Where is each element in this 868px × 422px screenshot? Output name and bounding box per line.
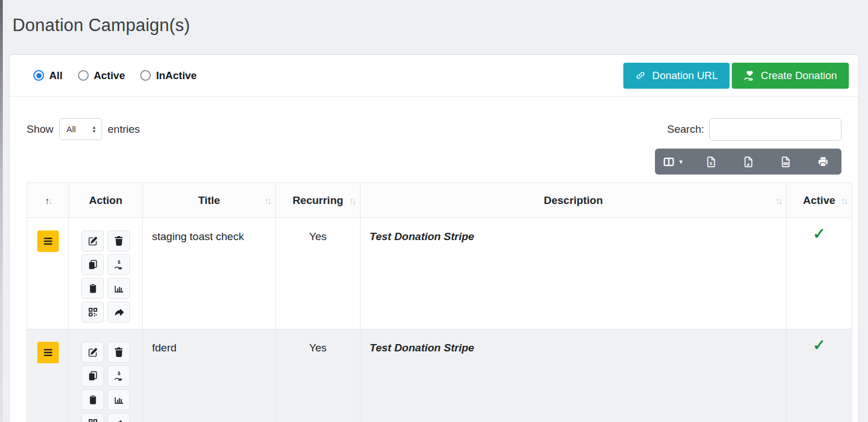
active-check-icon: ✓ bbox=[813, 337, 826, 354]
campaigns-table: ↑↓ Action Title ↑↓ Recurring ↑↓ Descript… bbox=[27, 182, 852, 422]
clipboard-icon bbox=[88, 395, 98, 404]
column-header-action: Action bbox=[69, 183, 143, 218]
svg-text:csv: csv bbox=[784, 162, 788, 165]
page-length-value: All bbox=[67, 124, 88, 134]
search-input[interactable] bbox=[709, 118, 841, 141]
show-label: Show bbox=[27, 123, 54, 136]
print-button[interactable] bbox=[804, 149, 841, 175]
file-pdf-icon bbox=[743, 156, 754, 167]
cell-description: Test Donation Stripe bbox=[361, 218, 787, 329]
row-menu-button[interactable] bbox=[37, 342, 59, 363]
sort-icon: ↑↓ bbox=[264, 195, 271, 206]
printer-icon bbox=[818, 156, 828, 167]
page-edge-shadow bbox=[0, 0, 3, 422]
filter-active[interactable]: Active bbox=[78, 69, 125, 82]
hamburger-icon bbox=[42, 347, 54, 358]
share-icon bbox=[114, 307, 124, 317]
card-header: All Active InActive Donation URL bbox=[10, 55, 858, 97]
column-header-recurring[interactable]: Recurring ↑↓ bbox=[276, 183, 361, 218]
table-header-row: ↑↓ Action Title ↑↓ Recurring ↑↓ Descript… bbox=[27, 183, 852, 218]
cell-title: staging toast check bbox=[143, 218, 276, 329]
entries-label: entries bbox=[108, 123, 140, 136]
bar-chart-icon bbox=[114, 395, 124, 404]
edit-icon bbox=[88, 347, 98, 357]
filter-all[interactable]: All bbox=[33, 69, 63, 82]
donate-button[interactable]: $ bbox=[107, 366, 130, 386]
qrcode-button[interactable] bbox=[81, 413, 104, 422]
radio-inactive-icon[interactable] bbox=[140, 70, 151, 81]
export-excel-button[interactable]: x bbox=[692, 149, 730, 175]
hamburger-icon bbox=[42, 236, 54, 247]
sort-icon: ↑↓ bbox=[841, 195, 847, 206]
sort-icon: ↑↓ bbox=[45, 195, 51, 206]
clipboard-button[interactable] bbox=[81, 389, 104, 410]
edit-button[interactable] bbox=[81, 230, 104, 251]
page-length-select[interactable]: All ▲ ▼ bbox=[59, 118, 102, 140]
trash-icon bbox=[114, 236, 124, 246]
search-label: Search: bbox=[667, 123, 704, 136]
share-button[interactable] bbox=[107, 302, 130, 323]
cell-description: Test Donation Stripe bbox=[361, 329, 787, 422]
sort-icon: ↑↓ bbox=[349, 195, 355, 206]
copy-button[interactable] bbox=[81, 254, 104, 275]
edit-icon bbox=[88, 236, 98, 246]
clipboard-button[interactable] bbox=[81, 278, 104, 299]
row-menu-button[interactable] bbox=[37, 230, 59, 252]
hand-holding-heart-icon bbox=[744, 70, 754, 81]
column-header-active[interactable]: Active ↑↓ bbox=[787, 183, 852, 218]
link-icon bbox=[635, 70, 646, 81]
cell-recurring: Yes bbox=[276, 329, 361, 422]
column-header-description[interactable]: Description ↑↓ bbox=[361, 183, 787, 218]
select-arrows-icon: ▲ ▼ bbox=[92, 125, 97, 133]
table-row: $ bbox=[27, 329, 852, 422]
file-excel-icon: x bbox=[706, 156, 717, 167]
status-filter-group: All Active InActive bbox=[33, 69, 197, 82]
column-header-index[interactable]: ↑↓ bbox=[27, 183, 69, 218]
hand-dollar-icon: $ bbox=[114, 260, 124, 269]
file-csv-icon: csv bbox=[780, 156, 791, 167]
report-button[interactable] bbox=[107, 278, 130, 299]
bar-chart-icon bbox=[114, 284, 124, 293]
table-row: $ bbox=[27, 218, 852, 329]
filter-all-label: All bbox=[49, 69, 63, 82]
create-donation-button[interactable]: Create Donation bbox=[732, 63, 849, 89]
export-pdf-button[interactable] bbox=[730, 149, 767, 175]
create-donation-label: Create Donation bbox=[761, 69, 837, 82]
share-icon bbox=[114, 419, 124, 422]
trash-icon bbox=[114, 347, 124, 357]
svg-text:$: $ bbox=[118, 260, 120, 265]
cell-title: fderd bbox=[143, 329, 276, 422]
radio-all-icon[interactable] bbox=[33, 70, 44, 81]
hand-dollar-icon: $ bbox=[114, 371, 124, 381]
column-visibility-button[interactable]: ▼ bbox=[655, 149, 692, 175]
qrcode-icon bbox=[88, 419, 98, 422]
radio-active-icon[interactable] bbox=[78, 70, 89, 81]
share-button[interactable] bbox=[107, 413, 130, 422]
active-check-icon: ✓ bbox=[813, 225, 826, 242]
column-header-title[interactable]: Title ↑↓ bbox=[143, 183, 276, 218]
copy-icon bbox=[88, 260, 98, 269]
page-length-control: Show All ▲ ▼ entries bbox=[27, 118, 140, 140]
page-title: Donation Campaign(s) bbox=[12, 15, 190, 36]
filter-inactive[interactable]: InActive bbox=[140, 69, 197, 82]
columns-icon bbox=[663, 156, 674, 167]
copy-icon bbox=[88, 371, 98, 381]
edit-button[interactable] bbox=[81, 342, 104, 363]
donation-url-button[interactable]: Donation URL bbox=[623, 63, 730, 89]
content-card: All Active InActive Donation URL bbox=[9, 54, 859, 422]
sort-icon: ↑↓ bbox=[775, 195, 782, 206]
delete-button[interactable] bbox=[107, 230, 130, 251]
export-toolbar: ▼ x csv bbox=[655, 149, 841, 175]
page-header: Donation Campaign(s) bbox=[0, 0, 868, 51]
donation-url-label: Donation URL bbox=[652, 69, 718, 82]
svg-text:x: x bbox=[709, 160, 713, 166]
qrcode-button[interactable] bbox=[81, 302, 104, 323]
delete-button[interactable] bbox=[107, 342, 130, 363]
caret-down-icon: ▼ bbox=[678, 159, 684, 165]
donate-button[interactable]: $ bbox=[107, 254, 130, 275]
report-button[interactable] bbox=[107, 389, 130, 410]
copy-button[interactable] bbox=[81, 366, 104, 386]
export-csv-button[interactable]: csv bbox=[767, 149, 804, 175]
search-control: Search: bbox=[667, 118, 841, 141]
filter-active-label: Active bbox=[94, 69, 125, 82]
